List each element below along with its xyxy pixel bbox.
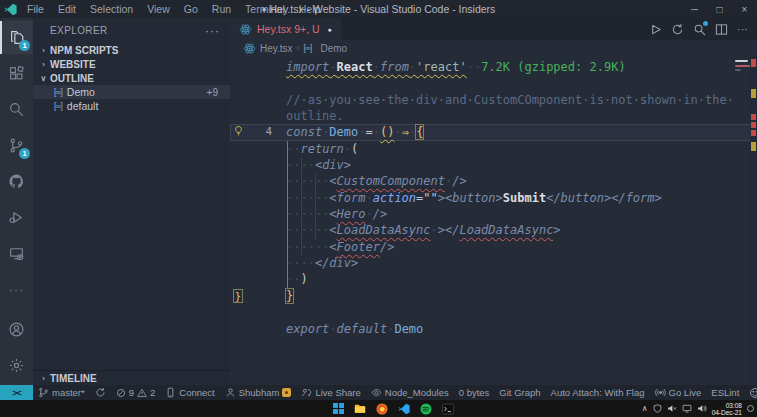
line-number — [246, 75, 286, 91]
code-line[interactable]: ··) — [230, 271, 757, 287]
sidebar-more-actions[interactable]: ··· — [205, 24, 220, 38]
status-label: Auto Attach: With Flag — [551, 387, 645, 398]
lightbulb-icon[interactable] — [230, 124, 246, 140]
code-line[interactable]: ······<Hero·/> — [230, 206, 757, 222]
code-line[interactable]: outline. — [230, 108, 757, 124]
code-editor[interactable]: import·React·from·'react'··7.2K (gzipped… — [230, 56, 757, 385]
chevron-down-icon: ∨ — [37, 74, 50, 83]
status-remote[interactable]: >< — [0, 385, 33, 400]
outline-item-default[interactable]: [∞]default — [33, 99, 230, 113]
maximize-button[interactable]: □ — [707, 0, 732, 18]
gutter-glyph — [230, 239, 246, 255]
line-number: 4 — [246, 124, 286, 140]
breadcrumb-symbol[interactable]: Demo — [320, 43, 347, 54]
code-line[interactable]: ······<LoadDataAsync·></LoadDataAsync> — [230, 222, 757, 238]
code-line[interactable]: ······<form·action=""><button>Submit</bu… — [230, 190, 757, 206]
code-line[interactable]: ··return·( — [230, 141, 757, 157]
status-gitlens[interactable] — [744, 385, 757, 400]
status-go-live[interactable]: Go Live — [650, 385, 707, 400]
search-icon — [8, 101, 25, 118]
tray-volume-mute-icon[interactable] — [667, 404, 677, 413]
split-editor-button[interactable] — [715, 23, 728, 36]
status-connect[interactable]: Connect — [160, 385, 219, 400]
close-button[interactable]: × — [732, 0, 757, 18]
code-line[interactable] — [230, 304, 757, 320]
taskbar-windows-icon[interactable] — [333, 403, 344, 414]
tray-shield-icon[interactable] — [653, 404, 662, 413]
tab-dirty-dot-icon[interactable]: ● — [328, 26, 332, 33]
section-npm-scripts[interactable]: ›NPM SCRIPTS — [33, 43, 230, 57]
status-file-size[interactable]: 0 bytes — [454, 385, 495, 400]
activity-item-explorer[interactable]: 1 — [0, 21, 33, 54]
notification-center-icon[interactable] — [747, 405, 754, 412]
window-controls: ─□× — [682, 0, 757, 18]
taskbar-firefox-icon[interactable] — [376, 403, 388, 415]
gutter-glyph — [230, 271, 246, 287]
code-line[interactable]: 4const·Demo·=·()·⇒·{ — [230, 124, 757, 140]
activity-item-search[interactable] — [0, 93, 33, 126]
menu-run[interactable]: Run — [205, 3, 238, 15]
run-loop-button[interactable] — [671, 23, 684, 36]
search-ext-button[interactable] — [693, 23, 706, 36]
activity-item-github[interactable] — [0, 165, 33, 198]
code-line[interactable] — [230, 75, 757, 91]
taskbar-terminal-icon[interactable] — [442, 403, 454, 415]
taskbar-clock[interactable]: 03:08 04-Dec-21 — [712, 402, 742, 416]
menu-go[interactable]: Go — [177, 3, 205, 15]
activity-item-source-control[interactable]: 1 — [0, 129, 33, 162]
section-timeline[interactable]: › TIMELINE — [33, 371, 230, 385]
taskbar-vscode-icon[interactable] — [398, 403, 410, 415]
menu-edit[interactable]: Edit — [51, 3, 83, 15]
menu-terminal[interactable]: Terminal — [238, 3, 292, 15]
menu-selection[interactable]: Selection — [83, 3, 140, 15]
line-number — [246, 321, 286, 337]
code-line[interactable]: import·React·from·'react'··7.2K (gzipped… — [230, 59, 757, 75]
code-line[interactable]: ····</div> — [230, 255, 757, 271]
status-git-graph[interactable]: Git Graph — [494, 385, 545, 400]
code-line[interactable]: }} — [230, 288, 757, 304]
code-line[interactable]: //·as·you·see·the·div·and·CustomCOmponen… — [230, 92, 757, 108]
run-button[interactable] — [649, 23, 662, 36]
gutter-glyph — [230, 75, 246, 91]
minimize-button[interactable]: ─ — [682, 0, 707, 18]
tray-volume-icon[interactable] — [697, 404, 707, 413]
activity-item-more-views[interactable]: ··· — [0, 273, 33, 306]
tray-display-icon[interactable] — [682, 404, 692, 413]
line-number — [246, 304, 286, 320]
menu-help[interactable]: Help — [292, 3, 328, 15]
tab-hey-tsx[interactable]: Hey.tsx 9+, U ● — [230, 18, 341, 40]
status-problems[interactable]: 92 — [111, 385, 161, 400]
activity-item-account[interactable] — [0, 313, 33, 346]
status-auto-attach[interactable]: Auto Attach: With Flag — [546, 385, 650, 400]
activity-item-extensions[interactable] — [0, 57, 33, 90]
outline-item-demo[interactable]: [∞]Demo+9 — [33, 85, 230, 99]
overview-ruler — [750, 56, 757, 385]
code-line[interactable]: export·default·Demo — [230, 321, 757, 337]
breadcrumb-file[interactable]: Hey.tsx — [260, 43, 293, 54]
status-live-share[interactable]: Live Share — [296, 385, 365, 400]
minimap[interactable] — [735, 56, 750, 385]
status-git-branch[interactable]: master* — [33, 385, 90, 400]
status-eslint[interactable]: ESLint — [706, 385, 744, 400]
menu-file[interactable]: File — [20, 3, 51, 15]
activity-item-settings[interactable] — [0, 349, 33, 382]
section-outline[interactable]: ∨OUTLINE — [33, 71, 230, 85]
settings-icon — [8, 357, 25, 374]
section-label: OUTLINE — [50, 73, 94, 84]
status-sync[interactable] — [90, 385, 111, 400]
status-account-status[interactable]: Shubham — [220, 385, 297, 400]
taskbar-spotify-icon[interactable] — [420, 403, 432, 415]
code-line[interactable]: ······<CustomComponent·/> — [230, 173, 757, 189]
status-node-modules[interactable]: Node_Modules — [366, 385, 454, 400]
taskbar-file-explorer-icon[interactable] — [354, 403, 366, 414]
status-label: 9 — [129, 387, 134, 398]
code-line[interactable]: ······<Footer/> — [230, 239, 757, 255]
gutter-glyph[interactable]: } — [230, 288, 246, 304]
menu-view[interactable]: View — [140, 3, 177, 15]
tray-chevron-up-icon[interactable]: ∧ — [642, 405, 648, 413]
status-left: ><master*92ConnectShubhamLive ShareNode_… — [0, 385, 454, 400]
activity-item-run-and-debug[interactable] — [0, 201, 33, 234]
code-line[interactable]: ····<div> — [230, 157, 757, 173]
activity-item-remote-explorer[interactable] — [0, 237, 33, 270]
section-website[interactable]: ›WEBSITE — [33, 57, 230, 71]
